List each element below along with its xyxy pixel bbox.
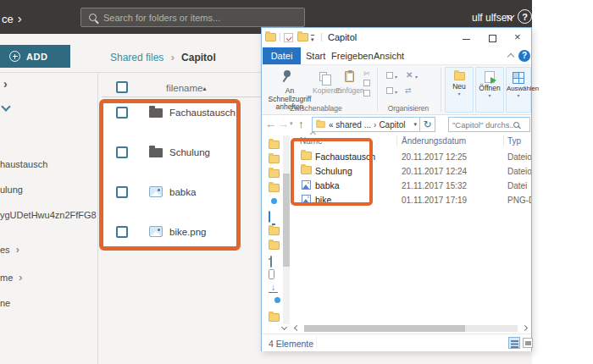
dropdown-icon: ▾ xyxy=(446,91,473,97)
path-current[interactable]: Capitol xyxy=(379,120,405,130)
tree-folder-icon[interactable] xyxy=(269,141,280,149)
tab-datei[interactable]: Datei xyxy=(263,47,301,64)
separator xyxy=(316,337,317,349)
explorer-help-icon[interactable]: ? xyxy=(518,50,530,62)
plus-icon xyxy=(9,51,20,62)
sidebar-item[interactable]: me› xyxy=(0,272,97,284)
tab-freigeben[interactable]: Freigeben xyxy=(331,47,374,64)
back-icon[interactable]: ← xyxy=(265,118,276,130)
horizontal-scrollbar-thumb[interactable] xyxy=(304,325,465,332)
select-all-checkbox[interactable] xyxy=(116,81,128,93)
sidebar-item[interactable]: ulung xyxy=(0,185,97,195)
ribbon-collapse-icon[interactable] xyxy=(507,53,514,60)
table-row[interactable]: babka xyxy=(102,186,254,200)
history-dropdown-icon[interactable]: ▾ xyxy=(290,120,293,127)
tree-folder-icon[interactable] xyxy=(269,241,280,250)
sidebar-item[interactable]: ne xyxy=(0,298,97,308)
explorer-search-input[interactable] xyxy=(449,120,513,130)
sidebar-item[interactable]: es› xyxy=(0,244,97,256)
refresh-icon[interactable]: ↻ xyxy=(420,117,435,132)
sidebar-item[interactable]: ygUDetHwu4zn2FfFG8kylI850 xyxy=(0,210,97,220)
row-checkbox[interactable] xyxy=(116,146,128,158)
file-name[interactable]: babka xyxy=(169,187,196,197)
address-path-box[interactable]: « shared ...›Capitol ▾ xyxy=(312,117,420,132)
address-dropdown-icon[interactable]: ▾ xyxy=(411,121,419,128)
filename-column-header[interactable]: filename xyxy=(166,83,202,93)
table-row[interactable]: Schulung xyxy=(102,146,254,160)
minimize-icon[interactable] xyxy=(463,39,470,40)
row-checkbox[interactable] xyxy=(116,226,128,238)
tree-drive-icon[interactable] xyxy=(270,256,272,267)
new-folder-quick-icon[interactable] xyxy=(297,33,308,41)
open-button[interactable]: Öffnen ▾ xyxy=(475,67,504,113)
sort-ascending-icon[interactable]: ▲ xyxy=(202,85,208,91)
breadcrumb-parent[interactable]: Shared files xyxy=(110,52,163,63)
file-name[interactable]: Schulung xyxy=(169,147,210,157)
row-checkbox[interactable] xyxy=(116,107,128,119)
column-separator[interactable] xyxy=(503,135,504,146)
tree-phone-icon[interactable] xyxy=(269,269,274,279)
forward-icon[interactable]: → xyxy=(278,118,289,130)
file-name[interactable]: bike.png xyxy=(169,227,206,237)
details-view-icon[interactable] xyxy=(508,337,520,349)
paste-icon[interactable] xyxy=(345,71,354,82)
horizontal-scrollbar[interactable] xyxy=(304,325,518,332)
path-separator-icon: › xyxy=(374,120,376,130)
properties-icon[interactable] xyxy=(284,33,293,42)
hscroll-right-icon[interactable] xyxy=(522,325,528,331)
explorer-search-box[interactable] xyxy=(448,117,530,132)
new-folder-button[interactable]: Neu ▾ xyxy=(445,67,474,113)
quick-access-dropdown-icon[interactable]: ▾ xyxy=(311,35,314,42)
path-prefix[interactable]: « shared ... xyxy=(329,120,371,130)
cut-icon[interactable]: ✄ xyxy=(363,69,370,78)
tab-start[interactable]: Start xyxy=(306,47,325,64)
breadcrumb-separator: › xyxy=(171,52,175,63)
tree-folder-icon[interactable] xyxy=(269,227,280,235)
tree-scrollbar[interactable] xyxy=(283,135,290,324)
tree-scroll-down-icon[interactable] xyxy=(281,324,287,330)
move-to-icon[interactable] xyxy=(386,72,393,79)
table-row[interactable]: bike.png xyxy=(102,226,254,240)
thumbnails-view-icon[interactable] xyxy=(523,338,533,348)
tree-folder-icon[interactable] xyxy=(269,169,280,178)
explorer-menubar: Datei Start Freigeben Ansicht ? xyxy=(262,47,531,64)
user-menu[interactable]: ulf ulfsen xyxy=(472,12,513,24)
image-file-icon xyxy=(149,226,163,237)
tree-folder-icon[interactable] xyxy=(269,184,280,192)
close-icon[interactable]: × xyxy=(514,30,521,43)
tree-scrollbar-thumb[interactable] xyxy=(283,174,290,267)
search-bar[interactable] xyxy=(80,8,305,27)
tree-this-pc-icon[interactable] xyxy=(269,211,270,223)
chevron-right-icon: › xyxy=(19,272,22,284)
delete-icon[interactable]: ✕ xyxy=(406,70,413,80)
add-button[interactable]: ADD xyxy=(0,45,70,68)
file-name[interactable]: Fachaustausch xyxy=(169,108,236,118)
brand[interactable]: ce› xyxy=(2,11,22,25)
column-type[interactable]: Typ xyxy=(507,136,521,146)
explorer-titlebar[interactable]: | ▾ | Capitol × xyxy=(262,28,531,47)
column-separator[interactable] xyxy=(396,135,397,146)
select-button[interactable]: Auswählen ▾ xyxy=(506,67,531,113)
maximize-icon[interactable] xyxy=(489,35,496,42)
sidebar-expand-icon[interactable]: › xyxy=(3,77,8,91)
paste-shortcut-icon[interactable] xyxy=(363,90,370,97)
pin-icon[interactable] xyxy=(284,70,291,77)
copy-icon[interactable] xyxy=(319,72,327,81)
sidebar-collapse-icon[interactable] xyxy=(1,102,10,111)
sidebar-item[interactable]: haustausch xyxy=(0,159,97,169)
up-icon[interactable]: ↑ xyxy=(298,118,304,130)
tree-folder-icon[interactable] xyxy=(269,155,280,163)
tab-ansicht[interactable]: Ansicht xyxy=(374,47,404,64)
table-row[interactable]: Fachaustausch xyxy=(102,107,254,120)
hscroll-left-icon[interactable] xyxy=(294,325,300,331)
file-date: 01.11.2017 17:19 xyxy=(402,196,467,205)
tree-downloads-icon[interactable]: ↓ xyxy=(269,284,278,293)
copy-path-icon[interactable] xyxy=(363,80,370,86)
rename-icon[interactable]: ⇄ xyxy=(405,86,412,95)
search-input[interactable] xyxy=(103,13,273,23)
copy-to-icon[interactable] xyxy=(386,87,393,94)
column-date[interactable]: Änderungsdatum xyxy=(402,136,466,146)
row-checkbox[interactable] xyxy=(116,186,128,198)
help-icon[interactable]: ? xyxy=(518,9,532,24)
tree-folder-icon[interactable] xyxy=(269,313,280,322)
